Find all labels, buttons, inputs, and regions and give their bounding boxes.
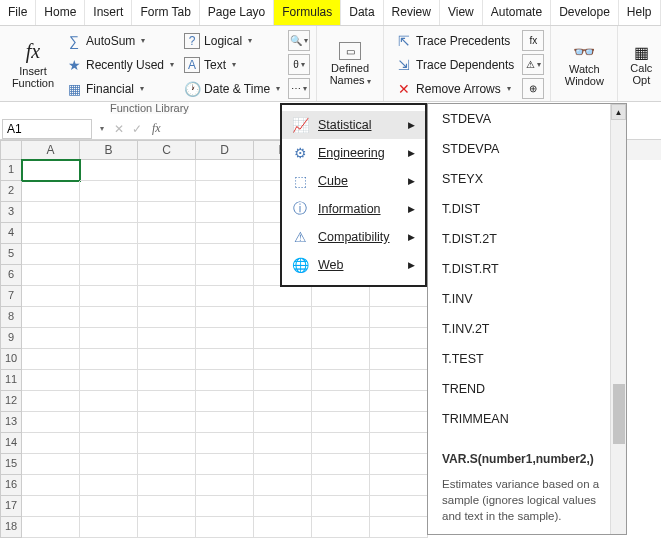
row-header[interactable]: 17 [0,496,22,517]
cell[interactable] [312,454,370,475]
tab-pagelayout[interactable]: Page Layo [200,0,274,25]
cell[interactable] [196,223,254,244]
cell[interactable] [196,160,254,181]
cell[interactable] [80,244,138,265]
cell[interactable] [196,244,254,265]
cell[interactable] [80,349,138,370]
cell[interactable] [138,181,196,202]
tab-review[interactable]: Review [384,0,440,25]
cell[interactable] [22,181,80,202]
cell[interactable] [80,307,138,328]
row-header[interactable]: 1 [0,160,22,181]
tab-insert[interactable]: Insert [85,0,132,25]
cell[interactable] [196,412,254,433]
function-item[interactable]: TRIMMEAN [428,404,626,434]
cell[interactable] [196,202,254,223]
cell[interactable] [138,328,196,349]
cell[interactable] [80,286,138,307]
autosum-button[interactable]: ∑AutoSum▾ [62,30,178,51]
row-header[interactable]: 8 [0,307,22,328]
cell[interactable] [138,202,196,223]
cell[interactable] [22,244,80,265]
cell[interactable] [312,517,370,538]
scrollbar[interactable]: ▲ [610,104,626,534]
datetime-button[interactable]: 🕐Date & Time▾ [180,78,284,99]
cell[interactable] [370,370,428,391]
cell[interactable] [312,391,370,412]
row-header[interactable]: 10 [0,349,22,370]
cell[interactable] [196,286,254,307]
cell[interactable] [312,349,370,370]
cell[interactable] [22,454,80,475]
cell[interactable] [370,412,428,433]
trace-dependents-button[interactable]: ⇲Trace Dependents [392,54,518,75]
fb-cancel-icon[interactable]: ✕ [110,122,128,136]
tab-automate[interactable]: Automate [483,0,551,25]
tab-formulas[interactable]: Formulas [274,0,341,25]
watch-window-button[interactable]: 👓 Watch Window [557,30,611,98]
select-all-corner[interactable] [0,140,22,160]
tab-help[interactable]: Help [619,0,661,25]
row-header[interactable]: 18 [0,517,22,538]
cell[interactable] [138,244,196,265]
cell[interactable] [138,286,196,307]
row-header[interactable]: 7 [0,286,22,307]
row-header[interactable]: 11 [0,370,22,391]
cell[interactable] [22,160,80,181]
function-item[interactable]: TREND [428,374,626,404]
row-header[interactable]: 14 [0,433,22,454]
error-check-button[interactable]: ⚠▾ [522,54,544,75]
remove-arrows-button[interactable]: ✕Remove Arrows▾ [392,78,518,99]
cell[interactable] [80,412,138,433]
row-header[interactable]: 13 [0,412,22,433]
cell[interactable] [312,370,370,391]
math-button[interactable]: θ▾ [288,54,310,75]
cell[interactable] [254,286,312,307]
namebox-caret-icon[interactable]: ▾ [94,124,110,133]
text-button[interactable]: AText▾ [180,54,284,75]
scroll-up-button[interactable]: ▲ [611,104,626,120]
cell[interactable] [22,202,80,223]
function-item[interactable]: T.TEST [428,344,626,374]
fx-bar-icon[interactable]: fx [146,121,167,136]
cell[interactable] [138,496,196,517]
cell[interactable] [370,328,428,349]
cell[interactable] [138,307,196,328]
col-header[interactable]: D [196,140,254,160]
cell[interactable] [80,475,138,496]
submenu-web[interactable]: 🌐Web▶ [282,251,425,279]
cell[interactable] [196,370,254,391]
cell[interactable] [254,454,312,475]
col-header[interactable]: C [138,140,196,160]
cell[interactable] [196,265,254,286]
cell[interactable] [254,328,312,349]
submenu-engineering[interactable]: ⚙Engineering▶ [282,139,425,167]
cell[interactable] [196,517,254,538]
cell[interactable] [80,160,138,181]
function-item[interactable]: STDEVPA [428,134,626,164]
cell[interactable] [196,181,254,202]
cell[interactable] [22,223,80,244]
logical-button[interactable]: ?Logical▾ [180,30,284,51]
cell[interactable] [196,349,254,370]
cell[interactable] [312,412,370,433]
cell[interactable] [80,433,138,454]
cell[interactable] [22,475,80,496]
cell[interactable] [254,475,312,496]
cell[interactable] [312,286,370,307]
cell[interactable] [22,391,80,412]
cell[interactable] [254,307,312,328]
cell[interactable] [370,454,428,475]
col-header[interactable]: A [22,140,80,160]
cell[interactable] [312,328,370,349]
cell[interactable] [80,328,138,349]
cell[interactable] [254,370,312,391]
cell[interactable] [312,307,370,328]
cell[interactable] [254,496,312,517]
tab-developer[interactable]: Develope [551,0,619,25]
row-header[interactable]: 16 [0,475,22,496]
insert-function-button[interactable]: fx Insert Function [6,30,60,98]
cell[interactable] [312,433,370,454]
recently-used-button[interactable]: ★Recently Used▾ [62,54,178,75]
cell[interactable] [80,181,138,202]
